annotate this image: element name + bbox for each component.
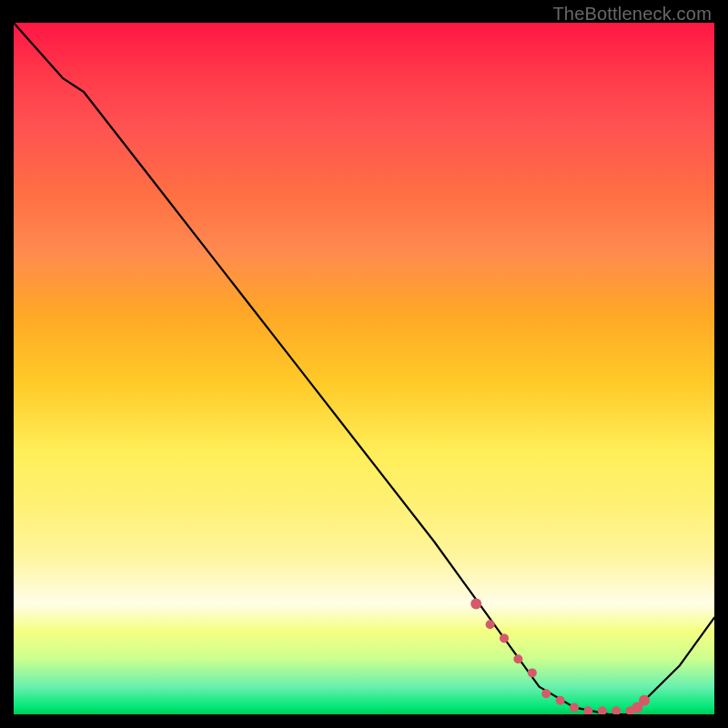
- watermark-text: TheBottleneck.com: [552, 4, 712, 25]
- chart-frame: [14, 23, 714, 714]
- chart-background-gradient: [14, 23, 714, 714]
